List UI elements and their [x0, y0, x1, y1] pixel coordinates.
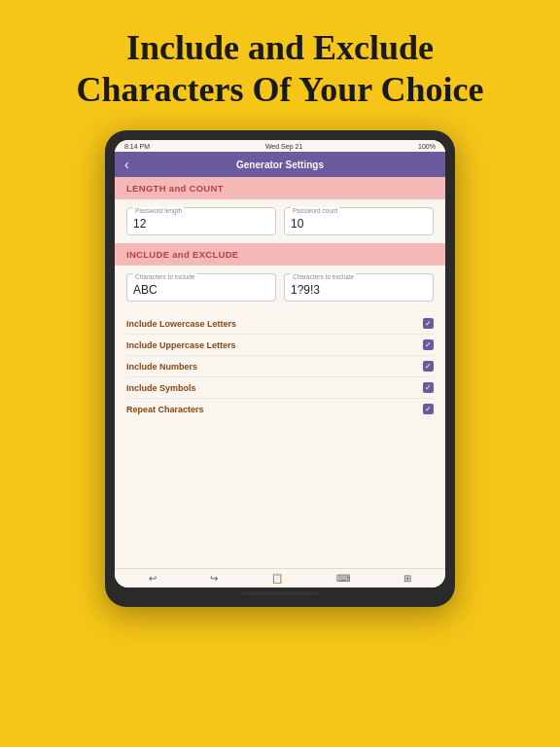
section-header-length: LENGTH and COUNT	[115, 177, 445, 199]
checkbox-uppercase[interactable]: Include Uppercase Letters ✓	[126, 335, 434, 356]
section-header-include: INCLUDE and EXCLUDE	[115, 243, 445, 266]
password-length-value: 12	[133, 217, 269, 231]
password-count-label: Password count	[291, 207, 339, 214]
screen-content: LENGTH and COUNT Password length 12 Pass…	[115, 177, 445, 568]
grid-icon[interactable]: ⊞	[403, 573, 411, 584]
checkbox-numbers-icon: ✓	[423, 361, 434, 372]
clipboard-icon[interactable]: 📋	[271, 573, 283, 584]
checkbox-repeat-icon: ✓	[423, 404, 434, 414]
status-bar: 8:14 PM Wed Sep 21 100%	[115, 140, 445, 152]
password-length-field[interactable]: Password length 12	[126, 207, 276, 235]
nav-bar: ‹ Generator Settings	[115, 152, 445, 177]
bottom-toolbar: ↩ ↪ 📋 ⌨ ⊞	[115, 568, 445, 587]
redo-icon[interactable]: ↪	[210, 573, 218, 584]
tablet-device: 8:14 PM Wed Sep 21 100% ‹ Generator Sett…	[105, 130, 455, 607]
checkbox-lowercase[interactable]: Include Lowercase Letters ✓	[126, 313, 434, 335]
checkbox-numbers-label: Include Numbers	[126, 362, 197, 372]
checkbox-repeat[interactable]: Repeat Characters ✓	[126, 399, 434, 419]
checkbox-list: Include Lowercase Letters ✓ Include Uppe…	[115, 309, 445, 427]
undo-icon[interactable]: ↩	[149, 573, 157, 584]
checkbox-symbols-label: Include Symbols	[126, 383, 196, 393]
checkbox-uppercase-label: Include Uppercase Letters	[126, 340, 236, 350]
nav-title: Generator Settings	[236, 160, 324, 170]
back-button[interactable]: ‹	[124, 157, 129, 172]
length-count-fields: Password length 12 Password count 10	[115, 199, 445, 243]
chars-exclude-label: Characters to exclude	[291, 273, 356, 280]
chars-include-label: Characters to include	[133, 273, 196, 280]
chars-include-field[interactable]: Characters to include ABC	[126, 273, 276, 302]
page-headline: Include and Exclude Characters Of Your C…	[0, 0, 560, 130]
password-count-value: 10	[291, 217, 427, 231]
checkbox-symbols-icon: ✓	[423, 382, 434, 393]
checkbox-uppercase-icon: ✓	[423, 339, 434, 350]
chars-include-value: ABC	[133, 283, 269, 297]
tablet-home-area	[115, 587, 445, 597]
password-count-field[interactable]: Password count 10	[284, 207, 434, 235]
checkbox-lowercase-icon: ✓	[423, 318, 434, 329]
keyboard-icon[interactable]: ⌨	[336, 573, 350, 584]
home-indicator	[241, 591, 319, 595]
include-exclude-fields: Characters to include ABC Characters to …	[115, 266, 445, 309]
status-time: 8:14 PM	[124, 143, 150, 150]
checkbox-repeat-label: Repeat Characters	[126, 405, 204, 414]
status-date: Wed Sep 21	[265, 143, 302, 150]
status-battery: 100%	[418, 143, 436, 150]
tablet-screen: 8:14 PM Wed Sep 21 100% ‹ Generator Sett…	[115, 140, 445, 587]
password-length-label: Password length	[133, 207, 184, 214]
checkbox-numbers[interactable]: Include Numbers ✓	[126, 356, 434, 377]
chars-exclude-value: 1?9!3	[291, 283, 427, 297]
chars-exclude-field[interactable]: Characters to exclude 1?9!3	[284, 273, 434, 302]
checkbox-lowercase-label: Include Lowercase Letters	[126, 319, 236, 329]
checkbox-symbols[interactable]: Include Symbols ✓	[126, 377, 434, 399]
